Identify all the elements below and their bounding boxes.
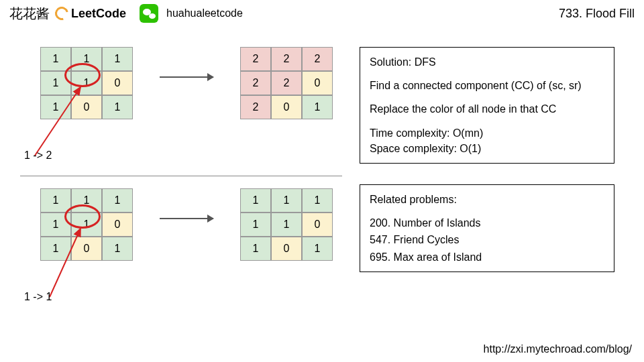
leetcode-text: LeetCode <box>71 7 126 21</box>
grid-cell: 1 <box>102 237 133 261</box>
page-title: 733. Flood Fill <box>559 7 635 21</box>
mapping-caption-2: 1 -> 1 <box>24 291 52 303</box>
grid-cell: 1 <box>302 95 333 119</box>
grid-cell: 1 <box>102 188 133 213</box>
grid-cell: 1 <box>271 213 302 237</box>
related-box: Related problems: 200. Number of Islands… <box>360 184 614 272</box>
leetcode-logo: LeetCode <box>55 7 126 21</box>
grid-cell: 0 <box>302 213 333 237</box>
related-item: 200. Number of Islands <box>370 215 604 231</box>
grid-cell: 1 <box>102 47 133 71</box>
grid-cell: 1 <box>71 188 102 213</box>
grid-cell: 2 <box>271 47 302 71</box>
grid-cell: 1 <box>102 95 133 119</box>
grid-cell: 0 <box>302 71 333 95</box>
leetcode-icon <box>52 4 70 22</box>
related-item: 695. Max area of Island <box>370 249 604 265</box>
grid-cell: 1 <box>240 213 271 237</box>
solution-line: Space complexity: O(1) <box>370 141 604 156</box>
footer-url: http://zxi.mytechroad.com/blog/ <box>484 343 632 355</box>
grid-cell: 1 <box>40 188 71 213</box>
grid-cell: 1 <box>271 188 302 213</box>
grid-cell: 1 <box>71 213 102 237</box>
grid-cell: 1 <box>302 188 333 213</box>
mapping-caption-1: 1 -> 2 <box>24 149 52 162</box>
grid-cell: 1 <box>40 71 71 95</box>
wechat-icon <box>140 4 158 23</box>
author-name: 花花酱 <box>9 5 50 23</box>
grid-cell: 1 <box>71 47 102 71</box>
grid-cell: 1 <box>302 237 333 261</box>
grid-cell: 2 <box>271 71 302 95</box>
example-1: 111110101 222220201 Solution: DFS Find a… <box>0 39 644 164</box>
grid-cell: 2 <box>240 71 271 95</box>
grid-cell: 2 <box>240 95 271 119</box>
grid-cell: 1 <box>40 95 71 119</box>
grid-cell: 1 <box>40 47 71 71</box>
header: 花花酱 LeetCode huahualeetcode 733. Flood F… <box>0 0 644 27</box>
grid-cell: 1 <box>40 237 71 261</box>
grid-cell: 0 <box>271 237 302 261</box>
grid-cell: 1 <box>240 237 271 261</box>
section-divider <box>20 176 342 176</box>
example-2: 111110101 111110101 Related problems: 20… <box>0 180 644 272</box>
solution-line: Solution: DFS <box>370 54 604 70</box>
grid-cell: 0 <box>102 213 133 237</box>
solution-line: Time complexity: O(mn) <box>370 125 604 141</box>
input-grid-1: 111110101 <box>40 47 133 119</box>
solution-line: Find a connected component (CC) of (sc, … <box>370 78 604 93</box>
transform-arrow-icon <box>160 218 213 219</box>
grid-cell: 0 <box>102 71 133 95</box>
solution-box: Solution: DFS Find a connected component… <box>360 47 614 164</box>
related-heading: Related problems: <box>370 192 604 207</box>
input-grid-2: 111110101 <box>40 188 133 261</box>
grid-cell: 2 <box>302 47 333 71</box>
grid-cell: 1 <box>71 71 102 95</box>
solution-line: Replace the color of all node in that CC <box>370 101 604 117</box>
grid-cell: 1 <box>40 213 71 237</box>
grid-cell: 0 <box>71 95 102 119</box>
wechat-label: huahualeetcode <box>166 7 243 19</box>
grid-cell: 0 <box>71 237 102 261</box>
transform-arrow-icon <box>160 76 213 78</box>
grid-cell: 0 <box>271 95 302 119</box>
output-grid-1: 222220201 <box>240 47 333 119</box>
output-grid-2: 111110101 <box>240 188 333 261</box>
related-item: 547. Friend Cycles <box>370 232 604 247</box>
grid-cell: 1 <box>240 188 271 213</box>
grid-cell: 2 <box>240 47 271 71</box>
